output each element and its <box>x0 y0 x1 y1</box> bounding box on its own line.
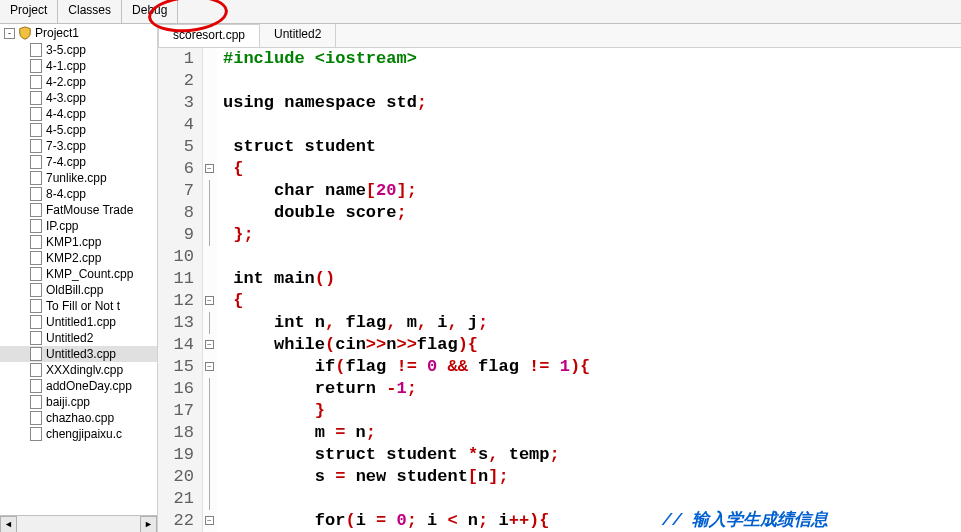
fold-toggle[interactable]: − <box>205 516 214 525</box>
file-label: To Fill or Not t <box>46 299 120 313</box>
file-icon <box>30 299 42 313</box>
collapse-icon[interactable]: - <box>4 28 15 39</box>
tree-file-item[interactable]: OldBill.cpp <box>0 282 157 298</box>
code-line[interactable]: int main() <box>223 268 961 290</box>
editor-tab[interactable]: Untitled2 <box>260 24 336 47</box>
fold-toggle[interactable]: − <box>205 340 214 349</box>
code-line[interactable]: struct student *s, temp; <box>223 444 961 466</box>
file-icon <box>30 59 42 73</box>
code-line[interactable]: { <box>223 290 961 312</box>
code-line[interactable]: if(flag != 0 && flag != 1){ <box>223 356 961 378</box>
fold-toggle[interactable]: − <box>205 362 214 371</box>
tree-file-item[interactable]: KMP2.cpp <box>0 250 157 266</box>
file-label: KMP2.cpp <box>46 251 101 265</box>
code-line[interactable]: struct student <box>223 136 961 158</box>
code-line[interactable]: return -1; <box>223 378 961 400</box>
file-icon <box>30 379 42 393</box>
code-line[interactable]: #include <iostream> <box>223 48 961 70</box>
file-label: Untitled3.cpp <box>46 347 116 361</box>
tab-debug[interactable]: Debug <box>122 0 178 23</box>
code-editor[interactable]: 12345678910111213141516171819202122 −−−−… <box>158 48 961 532</box>
tree-file-item[interactable]: KMP1.cpp <box>0 234 157 250</box>
tree-file-item[interactable]: 3-5.cpp <box>0 42 157 58</box>
sidebar-hscroll[interactable]: ◄ ► <box>0 515 157 532</box>
tree-file-item[interactable]: chazhao.cpp <box>0 410 157 426</box>
code-line[interactable] <box>223 114 961 136</box>
file-icon <box>30 395 42 409</box>
tree-file-item[interactable]: baiji.cpp <box>0 394 157 410</box>
tree-file-item[interactable]: 4-2.cpp <box>0 74 157 90</box>
code-line[interactable]: s = new student[n]; <box>223 466 961 488</box>
file-label: 3-5.cpp <box>46 43 86 57</box>
tree-file-item[interactable]: IP.cpp <box>0 218 157 234</box>
code-line[interactable]: char name[20]; <box>223 180 961 202</box>
file-icon <box>30 331 42 345</box>
file-icon <box>30 43 42 57</box>
file-label: addOneDay.cpp <box>46 379 132 393</box>
file-icon <box>30 187 42 201</box>
file-icon <box>30 219 42 233</box>
tree-file-item[interactable]: KMP_Count.cpp <box>0 266 157 282</box>
tree-file-item[interactable]: 4-4.cpp <box>0 106 157 122</box>
file-icon <box>30 363 42 377</box>
tree-file-item[interactable]: 4-3.cpp <box>0 90 157 106</box>
tree-file-item[interactable]: 7-4.cpp <box>0 154 157 170</box>
file-label: 4-3.cpp <box>46 91 86 105</box>
tree-file-item[interactable]: 4-5.cpp <box>0 122 157 138</box>
editor-tab[interactable]: scoresort.cpp <box>158 24 260 47</box>
code-line[interactable]: m = n; <box>223 422 961 444</box>
tree-file-item[interactable]: XXXdinglv.cpp <box>0 362 157 378</box>
file-label: 7unlike.cpp <box>46 171 107 185</box>
tree-file-item[interactable]: 7unlike.cpp <box>0 170 157 186</box>
file-label: 4-2.cpp <box>46 75 86 89</box>
file-icon <box>30 139 42 153</box>
scroll-right-button[interactable]: ► <box>140 516 157 532</box>
tab-classes[interactable]: Classes <box>58 0 122 23</box>
project-name: Project1 <box>35 26 79 40</box>
tree-file-item[interactable]: 4-1.cpp <box>0 58 157 74</box>
file-icon <box>30 267 42 281</box>
tree-file-item[interactable]: Untitled3.cpp <box>0 346 157 362</box>
code-line[interactable]: using namespace std; <box>223 92 961 114</box>
tree-file-item[interactable]: Untitled1.cpp <box>0 314 157 330</box>
code-line[interactable]: int n, flag, m, i, j; <box>223 312 961 334</box>
code-area[interactable]: #include <iostream>using namespace std; … <box>217 48 961 532</box>
fold-toggle[interactable]: − <box>205 164 214 173</box>
project-icon <box>18 26 32 40</box>
file-label: baiji.cpp <box>46 395 90 409</box>
file-label: XXXdinglv.cpp <box>46 363 123 377</box>
code-line[interactable] <box>223 246 961 268</box>
file-label: 8-4.cpp <box>46 187 86 201</box>
code-line[interactable]: } <box>223 400 961 422</box>
tree-file-item[interactable]: addOneDay.cpp <box>0 378 157 394</box>
tab-project[interactable]: Project <box>0 0 58 23</box>
file-icon <box>30 427 42 441</box>
tree-file-item[interactable]: 7-3.cpp <box>0 138 157 154</box>
tree-file-item[interactable]: 8-4.cpp <box>0 186 157 202</box>
file-icon <box>30 347 42 361</box>
file-icon <box>30 203 42 217</box>
tree-file-item[interactable]: chengjipaixu.c <box>0 426 157 442</box>
project-tree[interactable]: - Project1 3-5.cpp4-1.cpp4-2.cpp4-3.cpp4… <box>0 24 157 515</box>
tree-file-item[interactable]: To Fill or Not t <box>0 298 157 314</box>
tree-file-item[interactable]: FatMouse Trade <box>0 202 157 218</box>
fold-column[interactable]: −−−−− <box>203 48 217 532</box>
file-label: 4-1.cpp <box>46 59 86 73</box>
file-icon <box>30 123 42 137</box>
file-label: KMP_Count.cpp <box>46 267 133 281</box>
fold-toggle[interactable]: − <box>205 296 214 305</box>
code-line[interactable]: double score; <box>223 202 961 224</box>
code-line[interactable]: while(cin>>n>>flag){ <box>223 334 961 356</box>
code-line[interactable] <box>223 70 961 92</box>
file-label: 7-4.cpp <box>46 155 86 169</box>
file-icon <box>30 251 42 265</box>
code-line[interactable]: for(i = 0; i < n; i++){ // 输入学生成绩信息 <box>223 510 961 532</box>
code-line[interactable]: { <box>223 158 961 180</box>
project-root[interactable]: - Project1 <box>0 24 157 42</box>
scroll-left-button[interactable]: ◄ <box>0 516 17 532</box>
code-line[interactable]: }; <box>223 224 961 246</box>
file-icon <box>30 75 42 89</box>
scroll-track[interactable] <box>17 516 140 532</box>
tree-file-item[interactable]: Untitled2 <box>0 330 157 346</box>
code-line[interactable] <box>223 488 961 510</box>
